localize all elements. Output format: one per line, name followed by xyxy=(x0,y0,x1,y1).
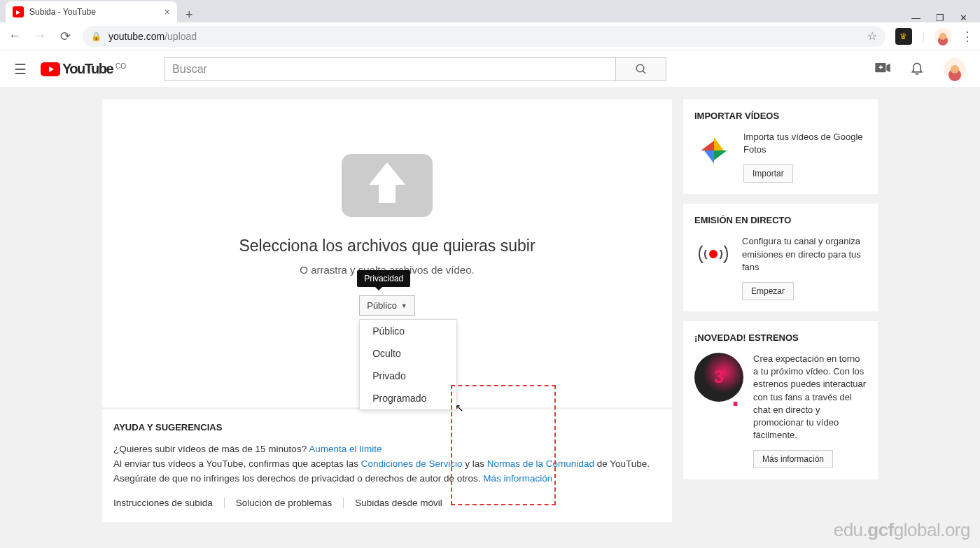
increase-limit-link[interactable]: Aumenta el límite xyxy=(309,444,382,454)
tab-title: Subida - YouTube xyxy=(29,7,96,17)
notifications-bell-icon[interactable] xyxy=(910,60,924,78)
premiere-countdown-icon: 3 xyxy=(694,353,743,402)
new-tab-button[interactable]: + xyxy=(177,8,202,22)
browser-tab[interactable]: Subida - YouTube × xyxy=(6,1,177,22)
premiere-title: ¡NOVEDAD! ESTRENOS xyxy=(694,332,867,343)
main-content: Selecciona los archivos que quieras subi… xyxy=(0,88,980,548)
live-button[interactable]: Empezar xyxy=(742,282,794,300)
back-button[interactable]: ← xyxy=(7,29,22,43)
help-title: AYUDA Y SUGERENCIAS xyxy=(113,422,661,433)
import-button[interactable]: Importar xyxy=(743,164,793,183)
privacy-option-scheduled[interactable]: Programado xyxy=(360,387,456,409)
minimize-icon[interactable]: — xyxy=(911,13,920,22)
help-link-troubleshoot[interactable]: Solución de problemas xyxy=(225,498,344,508)
live-title: EMISIÓN EN DIRECTO xyxy=(694,215,867,225)
google-photos-icon xyxy=(694,131,734,173)
maximize-icon[interactable]: ❐ xyxy=(936,13,944,22)
url-path: /upload xyxy=(164,31,197,42)
import-text: Importa tus vídeos de Google Fotos xyxy=(743,131,867,156)
watermark: edu.gcfglobal.org xyxy=(834,519,970,541)
svg-line-1 xyxy=(643,71,645,73)
youtube-header: ☰ YouTube CO xyxy=(0,50,980,88)
youtube-logo[interactable]: YouTube CO xyxy=(41,61,126,77)
create-video-icon[interactable] xyxy=(875,62,890,76)
premiere-card: ¡NOVEDAD! ESTRENOS 3 Crea expectación en… xyxy=(683,321,878,479)
hamburger-menu-icon[interactable]: ☰ xyxy=(14,61,27,78)
search-wrap xyxy=(164,57,666,81)
help-link-instructions[interactable]: Instrucciones de subida xyxy=(113,498,225,508)
privacy-tooltip: Privacidad xyxy=(357,270,410,287)
browser-menu-icon[interactable]: ⋮ xyxy=(961,29,973,44)
search-button[interactable] xyxy=(616,57,666,81)
bookmark-star-icon[interactable]: ☆ xyxy=(867,29,877,43)
chrome-profile-icon[interactable] xyxy=(934,28,951,45)
privacy-option-private[interactable]: Privado xyxy=(360,365,456,387)
live-broadcast-icon xyxy=(694,235,732,273)
youtube-logo-text: YouTube xyxy=(62,61,113,77)
close-window-icon[interactable]: ✕ xyxy=(960,13,967,22)
help-text: ¿Quieres subir vídeos de más de 15 minut… xyxy=(113,442,661,486)
import-videos-card: IMPORTAR VÍDEOS Importa tus vídeos de Go… xyxy=(683,99,878,194)
sidebar: IMPORTAR VÍDEOS Importa tus vídeos de Go… xyxy=(683,99,878,548)
live-stream-card: EMISIÓN EN DIRECTO Configura tu canal y … xyxy=(683,204,878,311)
window-controls: — ❐ ✕ xyxy=(911,13,980,22)
extension-icon[interactable]: ♛ xyxy=(895,28,912,45)
privacy-option-public[interactable]: Público xyxy=(360,320,456,342)
close-tab-icon[interactable]: × xyxy=(164,6,170,17)
upload-title: Selecciona los archivos que quieras subi… xyxy=(239,237,535,255)
help-links: Instrucciones de subida Solución de prob… xyxy=(113,498,661,508)
search-icon xyxy=(635,63,648,76)
youtube-favicon xyxy=(13,6,24,17)
privacy-dropdown-button[interactable]: Público ▼ xyxy=(359,295,415,316)
import-title: IMPORTAR VÍDEOS xyxy=(694,111,867,121)
lock-icon: 🔒 xyxy=(91,31,102,41)
search-input[interactable] xyxy=(164,57,616,81)
help-section: AYUDA Y SUGERENCIAS ¿Quieres subir vídeo… xyxy=(102,409,672,522)
youtube-region: CO xyxy=(115,62,126,70)
address-bar: ← → ⟳ 🔒 youtube.com/upload ☆ ♛ | ⋮ xyxy=(0,22,980,50)
url-domain: youtube.com xyxy=(108,31,164,42)
header-right xyxy=(875,58,966,80)
terms-link[interactable]: Condiciones de Servicio xyxy=(361,458,463,469)
privacy-dropdown-menu: Público Oculto Privado Programado xyxy=(359,319,457,410)
help-link-mobile[interactable]: Subidas desde móvil xyxy=(344,498,454,508)
svg-rect-5 xyxy=(880,65,881,69)
youtube-play-icon xyxy=(41,62,60,76)
svg-marker-3 xyxy=(886,63,890,71)
browser-tab-bar: Subida - YouTube × + — ❐ ✕ xyxy=(0,0,980,22)
privacy-selected-label: Público xyxy=(367,300,397,311)
privacy-option-hidden[interactable]: Oculto xyxy=(360,342,456,365)
url-input[interactable]: 🔒 youtube.com/upload ☆ xyxy=(83,26,886,47)
user-avatar[interactable] xyxy=(944,58,966,80)
reload-button[interactable]: ⟳ xyxy=(57,29,73,44)
community-link[interactable]: Normas de la Comunidad xyxy=(487,458,594,469)
upload-panel: Selecciona los archivos que quieras subi… xyxy=(102,99,672,407)
more-info-link[interactable]: Más información xyxy=(483,473,552,484)
forward-button[interactable]: → xyxy=(32,29,48,43)
premiere-button[interactable]: Más información xyxy=(753,450,833,468)
upload-arrow-icon[interactable] xyxy=(342,154,433,217)
privacy-wrapper: Privacidad Público ▼ Público Oculto Priv… xyxy=(359,295,415,316)
svg-point-0 xyxy=(636,64,644,72)
premiere-text: Crea expectación en torno a tu próximo v… xyxy=(753,353,867,442)
chevron-down-icon: ▼ xyxy=(401,302,407,309)
live-text: Configura tu canal y organiza emisiones … xyxy=(742,235,867,274)
